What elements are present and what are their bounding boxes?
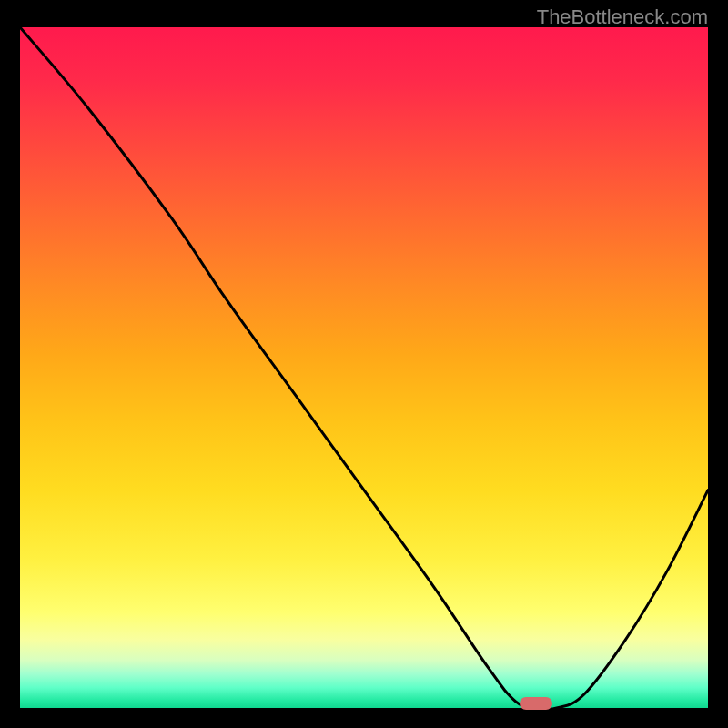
optimal-marker xyxy=(520,697,552,710)
curve-path xyxy=(20,27,708,708)
bottleneck-curve xyxy=(20,27,708,708)
watermark-text: TheBottleneck.com xyxy=(537,5,708,29)
chart-gradient-background xyxy=(20,27,708,708)
